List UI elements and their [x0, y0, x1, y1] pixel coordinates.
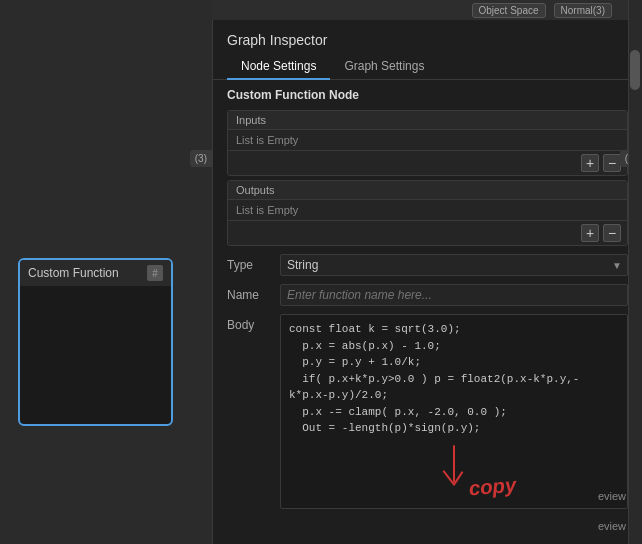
name-input[interactable] [280, 284, 628, 306]
inputs-add-button[interactable]: + [581, 154, 599, 172]
scrollbar-thumb[interactable] [630, 50, 640, 90]
normal-button[interactable]: Normal(3) [554, 3, 612, 18]
inputs-remove-button[interactable]: − [603, 154, 621, 172]
outputs-add-button[interactable]: + [581, 224, 599, 242]
outputs-section: Outputs List is Empty + − [227, 180, 628, 246]
tab-graph-settings[interactable]: Graph Settings [330, 54, 438, 80]
top-bar: Object Space Normal(3) [212, 0, 642, 20]
type-label: Type [227, 254, 272, 272]
node-header: Custom Function # [20, 260, 171, 286]
custom-function-node[interactable]: Custom Function # [18, 258, 173, 426]
tabs-container: Node Settings Graph Settings [213, 48, 642, 80]
scrollbar-track[interactable] [628, 0, 642, 544]
body-field-row: Body const float k = sqrt(3.0); p.x = ab… [213, 310, 642, 516]
inputs-empty: List is Empty [228, 130, 627, 150]
inspector-title: Graph Inspector [213, 22, 642, 48]
inputs-section: Inputs List is Empty + − [227, 110, 628, 176]
type-field-row: Type String File ▼ [213, 250, 642, 280]
name-field-row: Name [213, 280, 642, 310]
tab-node-settings[interactable]: Node Settings [227, 54, 330, 80]
node-body [20, 286, 171, 422]
node-title: Custom Function [28, 266, 119, 280]
inputs-footer: + − [228, 150, 627, 175]
outputs-remove-button[interactable]: − [603, 224, 621, 242]
name-label: Name [227, 284, 272, 302]
object-space-button[interactable]: Object Space [472, 3, 546, 18]
canvas-area: Custom Function # [0, 0, 190, 544]
type-select-wrapper: String File ▼ [280, 254, 628, 276]
body-label: Body [227, 314, 272, 332]
section-title: Custom Function Node [213, 80, 642, 106]
outputs-empty: List is Empty [228, 200, 627, 220]
inputs-label: Inputs [228, 111, 627, 130]
inspector-panel: Object Space Normal(3) Graph Inspector N… [212, 0, 642, 544]
outputs-label: Outputs [228, 181, 627, 200]
preview-label-bottom: eview [598, 520, 626, 532]
outputs-footer: + − [228, 220, 627, 245]
node-hash-icon: # [147, 265, 163, 281]
type-select[interactable]: String File [280, 254, 628, 276]
side-panel-badge: (3) [190, 150, 212, 167]
body-textarea[interactable]: const float k = sqrt(3.0); p.x = abs(p.x… [280, 314, 628, 509]
